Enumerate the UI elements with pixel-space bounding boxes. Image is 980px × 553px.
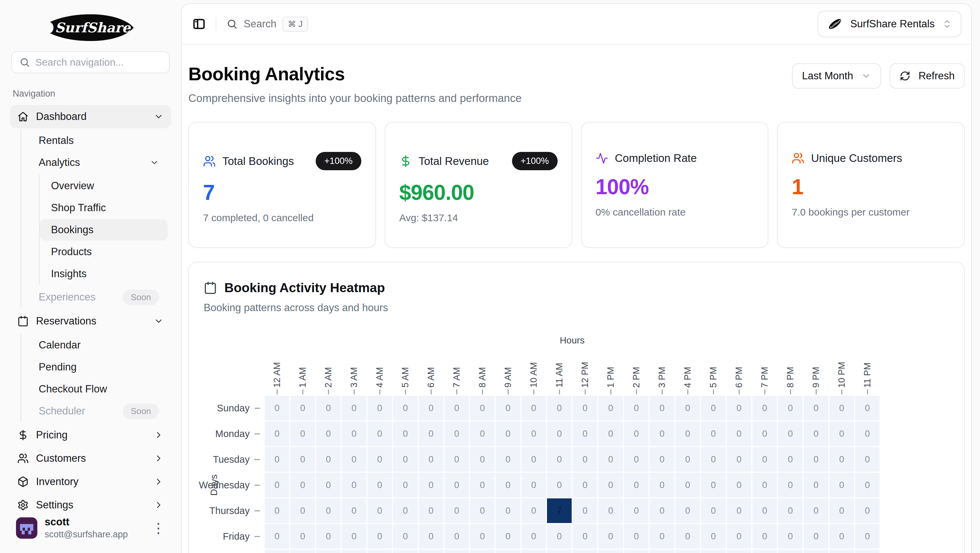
- heatmap-cell-sunday-11am[interactable]: 0: [547, 396, 572, 420]
- heatmap-cell-friday-11am[interactable]: 0: [547, 524, 572, 549]
- heatmap-cell-monday-10pm[interactable]: 0: [829, 421, 854, 446]
- heatmap-cell-sunday-10am[interactable]: 0: [521, 396, 546, 420]
- heatmap-cell-friday-5am[interactable]: 0: [393, 524, 418, 549]
- heatmap-cell-thursday-9pm[interactable]: 0: [803, 498, 828, 523]
- heatmap-cell-monday-1pm[interactable]: 0: [598, 421, 623, 446]
- sidebar-search-input[interactable]: [35, 57, 164, 68]
- heatmap-cell-tuesday-10am[interactable]: 0: [521, 447, 546, 472]
- heatmap-cell-wednesday-7am[interactable]: 0: [444, 473, 469, 497]
- heatmap-cell-wednesday-4pm[interactable]: 0: [675, 473, 700, 497]
- heatmap-cell-thursday-1pm[interactable]: 0: [598, 498, 623, 523]
- heatmap-cell-monday-12am[interactable]: 0: [265, 421, 290, 446]
- heatmap-cell-wednesday-9am[interactable]: 0: [496, 473, 520, 497]
- kebab-menu-icon[interactable]: ⋮: [152, 521, 165, 535]
- sidebar-item-checkout-flow[interactable]: Checkout Flow: [21, 378, 168, 400]
- heatmap-cell-sunday-3pm[interactable]: 0: [650, 396, 675, 420]
- heatmap-cell-wednesday-8pm[interactable]: 0: [778, 473, 803, 497]
- heatmap-cell-saturday-11pm[interactable]: 0: [855, 550, 880, 553]
- heatmap-cell-tuesday-2am[interactable]: 0: [316, 447, 340, 472]
- heatmap-cell-sunday-4am[interactable]: 0: [368, 396, 392, 420]
- heatmap-cell-monday-7am[interactable]: 0: [444, 421, 469, 446]
- heatmap-cell-saturday-9pm[interactable]: 0: [803, 550, 828, 553]
- heatmap-cell-tuesday-4am[interactable]: 0: [368, 447, 392, 472]
- heatmap-cell-tuesday-9pm[interactable]: 0: [803, 447, 828, 472]
- sidebar-item-pricing[interactable]: Pricing: [10, 423, 171, 447]
- heatmap-cell-wednesday-11am[interactable]: 0: [547, 473, 572, 497]
- heatmap-cell-saturday-5am[interactable]: 0: [393, 550, 418, 553]
- heatmap-cell-wednesday-3pm[interactable]: 0: [650, 473, 675, 497]
- heatmap-cell-tuesday-6pm[interactable]: 0: [727, 447, 751, 472]
- heatmap-cell-wednesday-1pm[interactable]: 0: [598, 473, 623, 497]
- heatmap-cell-friday-10pm[interactable]: 0: [829, 524, 854, 549]
- heatmap-cell-friday-6am[interactable]: 0: [418, 524, 443, 549]
- heatmap-cell-thursday-5pm[interactable]: 0: [701, 498, 725, 523]
- heatmap-cell-tuesday-8pm[interactable]: 0: [778, 447, 803, 472]
- heatmap-cell-monday-6am[interactable]: 0: [418, 421, 443, 446]
- heatmap-cell-tuesday-9am[interactable]: 0: [496, 447, 520, 472]
- heatmap-cell-tuesday-12pm[interactable]: 0: [573, 447, 597, 472]
- heatmap-cell-sunday-2am[interactable]: 0: [316, 396, 340, 420]
- heatmap-cell-saturday-10pm[interactable]: 0: [829, 550, 854, 553]
- heatmap-cell-thursday-4pm[interactable]: 0: [675, 498, 700, 523]
- sidebar-item-inventory[interactable]: Inventory: [10, 470, 171, 493]
- sidebar-item-insights[interactable]: Insights: [40, 263, 168, 284]
- heatmap-cell-saturday-12am[interactable]: 0: [265, 550, 290, 553]
- heatmap-cell-friday-4am[interactable]: 0: [368, 524, 392, 549]
- heatmap-cell-friday-2pm[interactable]: 0: [624, 524, 649, 549]
- heatmap-cell-thursday-6am[interactable]: 0: [418, 498, 443, 523]
- heatmap-cell-monday-1am[interactable]: 0: [290, 421, 315, 446]
- heatmap-cell-sunday-10pm[interactable]: 0: [829, 396, 854, 420]
- sidebar-item-overview[interactable]: Overview: [40, 175, 168, 197]
- heatmap-cell-monday-12pm[interactable]: 0: [573, 421, 597, 446]
- heatmap-cell-friday-2am[interactable]: 0: [316, 524, 340, 549]
- heatmap-cell-sunday-8pm[interactable]: 0: [778, 396, 803, 420]
- heatmap-cell-friday-11pm[interactable]: 0: [855, 524, 880, 549]
- heatmap-cell-wednesday-9pm[interactable]: 0: [803, 473, 828, 497]
- heatmap-cell-wednesday-4am[interactable]: 0: [368, 473, 392, 497]
- heatmap-cell-tuesday-11pm[interactable]: 0: [855, 447, 880, 472]
- heatmap-cell-sunday-1pm[interactable]: 0: [598, 396, 623, 420]
- heatmap-cell-thursday-5am[interactable]: 0: [393, 498, 418, 523]
- sidebar-item-customers[interactable]: Customers: [10, 447, 171, 470]
- sidebar-item-calendar[interactable]: Calendar: [21, 334, 168, 356]
- sidebar-item-scheduler[interactable]: Scheduler Soon: [21, 400, 168, 422]
- heatmap-cell-sunday-6pm[interactable]: 0: [727, 396, 751, 420]
- heatmap-cell-monday-5pm[interactable]: 0: [701, 421, 725, 446]
- heatmap-cell-tuesday-3pm[interactable]: 0: [650, 447, 675, 472]
- heatmap-cell-friday-1am[interactable]: 0: [290, 524, 315, 549]
- heatmap-cell-thursday-9am[interactable]: 0: [496, 498, 520, 523]
- heatmap-cell-saturday-9am[interactable]: 0: [496, 550, 520, 553]
- heatmap-cell-wednesday-2pm[interactable]: 0: [624, 473, 649, 497]
- heatmap-cell-monday-3am[interactable]: 0: [342, 421, 366, 446]
- heatmap-cell-friday-12pm[interactable]: 0: [573, 524, 597, 549]
- heatmap-cell-saturday-1pm[interactable]: 0: [598, 550, 623, 553]
- heatmap-cell-saturday-8am[interactable]: 0: [470, 550, 495, 553]
- heatmap-cell-tuesday-5pm[interactable]: 0: [701, 447, 725, 472]
- sidebar-item-rentals[interactable]: Rentals: [21, 130, 168, 151]
- sidebar-item-reservations[interactable]: Reservations: [10, 310, 171, 333]
- heatmap-cell-monday-8pm[interactable]: 0: [778, 421, 803, 446]
- heatmap-cell-sunday-12pm[interactable]: 0: [573, 396, 597, 420]
- heatmap-cell-monday-3pm[interactable]: 0: [650, 421, 675, 446]
- heatmap-cell-sunday-11pm[interactable]: 0: [855, 396, 880, 420]
- heatmap-cell-thursday-4am[interactable]: 0: [368, 498, 392, 523]
- heatmap-cell-wednesday-2am[interactable]: 0: [316, 473, 340, 497]
- heatmap-cell-sunday-7am[interactable]: 0: [444, 396, 469, 420]
- heatmap-cell-thursday-3am[interactable]: 0: [342, 498, 366, 523]
- heatmap-cell-monday-11pm[interactable]: 0: [855, 421, 880, 446]
- heatmap-cell-friday-8am[interactable]: 0: [470, 524, 495, 549]
- sidebar-item-dashboard[interactable]: Dashboard: [10, 105, 171, 128]
- heatmap-cell-wednesday-7pm[interactable]: 0: [752, 473, 777, 497]
- date-range-select[interactable]: Last Month: [792, 63, 881, 89]
- heatmap-cell-wednesday-10pm[interactable]: 0: [829, 473, 854, 497]
- heatmap-cell-saturday-3pm[interactable]: 0: [650, 550, 675, 553]
- heatmap-cell-friday-3pm[interactable]: 0: [650, 524, 675, 549]
- sidebar-item-pending[interactable]: Pending: [21, 356, 168, 378]
- heatmap-cell-tuesday-1am[interactable]: 0: [290, 447, 315, 472]
- sidebar-item-shop-traffic[interactable]: Shop Traffic: [40, 197, 168, 219]
- heatmap-cell-wednesday-12pm[interactable]: 0: [573, 473, 597, 497]
- heatmap-cell-saturday-6am[interactable]: 0: [418, 550, 443, 553]
- heatmap-cell-tuesday-1pm[interactable]: 0: [598, 447, 623, 472]
- heatmap-cell-wednesday-8am[interactable]: 0: [470, 473, 495, 497]
- heatmap-cell-friday-7pm[interactable]: 0: [752, 524, 777, 549]
